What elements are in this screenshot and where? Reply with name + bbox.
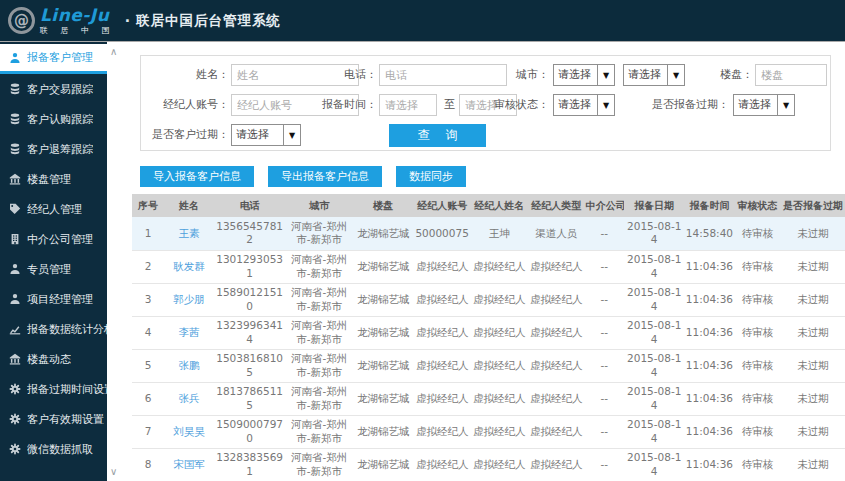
sidebar-item-2[interactable]: 客户认购跟踪 [0, 104, 107, 134]
table-cell: 龙湖锦艺城 [353, 316, 414, 349]
chevron-down-icon: ▼ [777, 95, 794, 115]
customers-table-wrap: 序号姓名电话城市楼盘经纪人账号经纪人姓名经纪人类型中介公司报备日期报备时间审核状… [132, 194, 845, 481]
sidebar-item-1[interactable]: 客户交易跟踪 [0, 74, 107, 104]
data-sync-button[interactable]: 数据同步 [396, 166, 466, 187]
table-cell: 龙湖锦艺城 [353, 349, 414, 382]
sidebar-item-label: 楼盘动态 [27, 352, 71, 367]
sidebar-item-0[interactable]: 报备客户管理 [0, 44, 107, 74]
table-cell: 2015-08-14 [624, 250, 685, 283]
sidebar-item-12[interactable]: 客户有效期设置 [0, 404, 107, 434]
table-cell: 2015-08-14 [624, 283, 685, 316]
table-cell: 未过期 [781, 250, 845, 283]
customer-name-link[interactable]: 耿发群 [164, 250, 214, 283]
customer-name-link[interactable]: 王素 [164, 217, 214, 250]
chevron-down-icon[interactable]: ∨ [110, 466, 117, 477]
customer-name-link[interactable]: 刘昊昊 [164, 415, 214, 448]
table-row: 1王素13565457812河南省-郑州市-新郑市龙湖锦艺城50000075王坤… [132, 217, 845, 250]
table-cell: 河南省-郑州市-新郑市 [285, 349, 353, 382]
sidebar-item-label: 客户有效期设置 [27, 412, 104, 427]
table-cell: 11:04:36 [685, 283, 735, 316]
column-header: 审核状态 [734, 194, 780, 217]
column-header: 姓名 [164, 194, 214, 217]
customers-table: 序号姓名电话城市楼盘经纪人账号经纪人姓名经纪人类型中介公司报备日期报备时间审核状… [132, 194, 845, 481]
estate-input[interactable] [755, 64, 827, 86]
chevron-down-icon: ▼ [597, 65, 614, 85]
table-cell: 1 [132, 217, 164, 250]
sidebar-item-label: 专员管理 [27, 262, 71, 277]
sidebar-item-6[interactable]: 中介公司管理 [0, 224, 107, 254]
table-cell: 2015-08-14 [624, 415, 685, 448]
city-city-select[interactable]: 请选择▼ [623, 64, 685, 86]
table-cell: 河南省-郑州市-新郑市 [285, 382, 353, 415]
table-cell: 虚拟经纪人 [528, 316, 585, 349]
table-cell: 14:58:40 [685, 217, 735, 250]
table-cell: 15090007970 [214, 415, 285, 448]
gear-icon [9, 383, 22, 395]
table-row: 7刘昊昊15090007970河南省-郑州市-新郑市龙湖锦艺城虚拟经纪人虚拟经纪… [132, 415, 845, 448]
table-cell: 渠道人员 [528, 217, 585, 250]
sidebar-item-9[interactable]: 报备数据统计分析 [0, 314, 107, 344]
tag-icon [9, 203, 22, 215]
table-cell: 13239963414 [214, 316, 285, 349]
chart-icon [9, 323, 22, 335]
table-cell: 未过期 [781, 382, 845, 415]
column-header: 城市 [285, 194, 353, 217]
sidebar-item-11[interactable]: 报备过期时间设置 [0, 374, 107, 404]
table-cell: 4 [132, 316, 164, 349]
table-cell: 待审核 [734, 250, 780, 283]
table-cell: 河南省-郑州市-新郑市 [285, 283, 353, 316]
table-cell: -- [585, 250, 624, 283]
chevron-up-icon[interactable]: ∧ [110, 46, 117, 57]
coins-icon [9, 113, 22, 125]
table-cell: 5 [132, 349, 164, 382]
sidebar-item-3[interactable]: 客户退筹跟踪 [0, 134, 107, 164]
customer-name-link[interactable]: 张兵 [164, 382, 214, 415]
import-customers-button[interactable]: 导入报备客户信息 [140, 166, 254, 187]
customer-expired-select[interactable]: 请选择▼ [231, 124, 301, 146]
sidebar-item-label: 报备过期时间设置 [27, 382, 107, 397]
table-cell: 虚拟经纪人 [414, 448, 471, 481]
table-cell: 虚拟经纪人 [414, 283, 471, 316]
table-cell: 3 [132, 283, 164, 316]
table-cell: 2 [132, 250, 164, 283]
table-cell: 11:04:36 [685, 415, 735, 448]
search-button[interactable]: 查 询 [389, 124, 486, 147]
report-expired-label: 是否报备过期： [631, 94, 729, 116]
app-header: @ Line-Ju 联 居 中 国 · 联居中国后台管理系统 [0, 0, 845, 42]
chevron-down-icon: ▼ [597, 95, 614, 115]
gear-icon [9, 413, 22, 425]
table-cell: 王坤 [471, 217, 528, 250]
table-cell: 2015-08-14 [624, 349, 685, 382]
report-expired-select[interactable]: 请选择▼ [733, 94, 795, 116]
sidebar-item-7[interactable]: 专员管理 [0, 254, 107, 284]
table-cell: 50000075 [414, 217, 471, 250]
column-header: 序号 [132, 194, 164, 217]
sidebar-item-4[interactable]: 楼盘管理 [0, 164, 107, 194]
sidebar-item-13[interactable]: 微信数据抓取 [0, 434, 107, 464]
export-customers-button[interactable]: 导出报备客户信息 [268, 166, 382, 187]
table-cell: 虚拟经纪人 [414, 349, 471, 382]
sidebar-item-5[interactable]: 经纪人管理 [0, 194, 107, 224]
city-province-select[interactable]: 请选择▼ [553, 64, 615, 86]
sidebar-item-label: 客户退筹跟踪 [27, 142, 93, 157]
customer-name-link[interactable]: 张鹏 [164, 349, 214, 382]
sidebar-item-8[interactable]: 项目经理管理 [0, 284, 107, 314]
customer-name-link[interactable]: 郭少朋 [164, 283, 214, 316]
table-cell: 2015-08-14 [624, 448, 685, 481]
table-row: 4李茜13239963414河南省-郑州市-新郑市龙湖锦艺城虚拟经纪人虚拟经纪人… [132, 316, 845, 349]
table-cell: 虚拟经纪人 [471, 316, 528, 349]
audit-status-select[interactable]: 请选择▼ [553, 94, 615, 116]
table-cell: 虚拟经纪人 [471, 382, 528, 415]
table-cell: 11:04:36 [685, 250, 735, 283]
table-cell: 未过期 [781, 217, 845, 250]
table-row: 6张兵18137865115河南省-郑州市-新郑市龙湖锦艺城虚拟经纪人虚拟经纪人… [132, 382, 845, 415]
table-cell: 虚拟经纪人 [471, 349, 528, 382]
table-cell: -- [585, 448, 624, 481]
sidebar-scrollbar: ∧ ∨ [107, 42, 125, 481]
table-cell: 河南省-郑州市-新郑市 [285, 448, 353, 481]
sidebar-item-10[interactable]: 楼盘动态 [0, 344, 107, 374]
customer-name-link[interactable]: 李茜 [164, 316, 214, 349]
table-cell: 龙湖锦艺城 [353, 250, 414, 283]
report-time-from-input[interactable] [379, 94, 437, 116]
customer-name-link[interactable]: 宋国军 [164, 448, 214, 481]
